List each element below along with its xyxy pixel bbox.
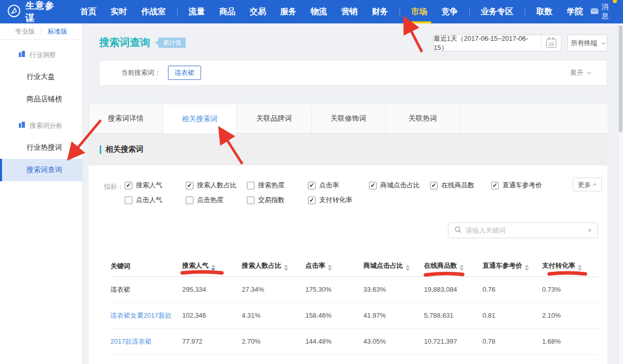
expand-toggle[interactable]: 展开 xyxy=(570,68,590,77)
sidebar-group-search-term-analysis: 搜索词分析 xyxy=(0,115,82,136)
date-range-picker[interactable]: 最近1天（2017-06-15~2017-06-15） 15 xyxy=(433,35,561,51)
metric-online-products[interactable]: 在线商品数 xyxy=(430,181,491,190)
sort-icon[interactable] xyxy=(406,265,410,271)
col-ctr[interactable]: 点击率 xyxy=(305,256,363,276)
tab-search-term-detail[interactable]: 搜索词详情 xyxy=(89,104,163,133)
nav-item-data-extract[interactable]: 取数 xyxy=(529,0,560,23)
nav-item-competition[interactable]: 竞争 xyxy=(435,0,465,23)
tab-related-brand-words[interactable]: 关联品牌词 xyxy=(237,104,312,133)
metric-mall-click-ratio[interactable]: 商城点击占比 xyxy=(369,181,430,190)
metric-label: 搜索人气 xyxy=(136,181,162,190)
message-entry[interactable]: 消息 xyxy=(590,3,616,21)
version-tab-pro[interactable]: 专业版 xyxy=(15,27,35,36)
sort-icon[interactable] xyxy=(578,265,582,271)
checkbox[interactable] xyxy=(186,197,193,204)
clear-icon[interactable]: × xyxy=(587,227,591,234)
checkbox[interactable] xyxy=(369,182,377,189)
metric-label: 点击率 xyxy=(319,181,339,190)
calendar-day: 15 xyxy=(546,39,556,48)
nav-item-realtime[interactable]: 实时 xyxy=(104,0,134,23)
nav-item-finance[interactable]: 财务 xyxy=(365,0,395,23)
checkbox[interactable] xyxy=(125,197,132,204)
nav-item-trade[interactable]: 交易 xyxy=(243,0,273,23)
nav-item-product[interactable]: 商品 xyxy=(212,0,243,23)
keyword-search: × xyxy=(448,222,598,238)
checkbox[interactable] xyxy=(491,182,499,189)
section-title: 相关搜索词 xyxy=(105,145,144,154)
tab-related-modifier-words[interactable]: 关联修饰词 xyxy=(312,104,386,133)
nav-item-business-zone[interactable]: 业务专区 xyxy=(474,0,521,23)
scrollbar-thumb[interactable] xyxy=(619,25,622,132)
sort-icon[interactable] xyxy=(211,265,215,271)
value-cell: 295,334 xyxy=(182,276,242,302)
value-cell: 0.73% xyxy=(542,276,598,302)
version-divider xyxy=(41,28,42,35)
value-cell: 0.78 xyxy=(483,328,542,354)
col-mall-click-ratio[interactable]: 商城点击占比 xyxy=(363,256,424,276)
checkbox[interactable] xyxy=(308,182,316,189)
nav-item-traffic[interactable]: 流量 xyxy=(182,0,212,23)
nav-item-academy[interactable]: 学院 xyxy=(560,0,590,23)
value-cell: 10,721,397 xyxy=(424,328,483,354)
col-search-user-ratio[interactable]: 搜索人数占比 xyxy=(242,256,305,276)
metric-trade-index[interactable]: 交易指数 xyxy=(247,195,308,205)
tab-related-search-terms[interactable]: 相关搜索词 xyxy=(163,104,237,133)
table-row: 2017款连衣裙 77,972 2.70% 144.48% 43.05% 10,… xyxy=(110,328,598,354)
sort-icon[interactable] xyxy=(525,265,529,271)
metric-payment-conversion[interactable]: 支付转化率 xyxy=(308,195,369,205)
sidebar-item-product-shop-rank[interactable]: 商品店铺榜 xyxy=(0,88,82,110)
metric-search-heat[interactable]: 搜索热度 xyxy=(247,181,308,190)
current-keyword-chip[interactable]: 连衣裙 xyxy=(168,66,201,80)
metric-click-popularity[interactable]: 点击人气 xyxy=(125,195,186,205)
metric-ztc-ref-price[interactable]: 直通车参考价 xyxy=(491,181,552,190)
brand-logo[interactable]: 生意参谋 xyxy=(7,0,58,24)
nav-item-war-room[interactable]: 作战室 xyxy=(134,0,173,23)
checkbox[interactable] xyxy=(308,197,316,204)
value-cell: 2.70% xyxy=(242,328,305,354)
sidebar-group-label: 搜索词分析 xyxy=(30,121,63,130)
main-content: 搜索词查询 累计值 最近1天（2017-06-15~2017-06-15） 15… xyxy=(83,23,618,364)
metric-click-heat[interactable]: 点击热度 xyxy=(186,195,247,205)
version-tab-standard[interactable]: 标准版 xyxy=(48,27,68,36)
terminal-select[interactable]: 所有终端 xyxy=(568,35,607,51)
calendar-icon[interactable]: 15 xyxy=(541,35,561,51)
nav-divider xyxy=(400,8,400,16)
sidebar-item-industry-overview[interactable]: 行业大盘 xyxy=(0,66,82,88)
metric-search-user-ratio[interactable]: 搜索人数占比 xyxy=(186,181,247,190)
nav-item-home[interactable]: 首页 xyxy=(73,0,104,23)
page-scrollbar[interactable] xyxy=(618,23,623,364)
checkbox[interactable] xyxy=(247,182,254,189)
sort-icon[interactable] xyxy=(460,265,464,271)
checkbox[interactable] xyxy=(186,182,193,189)
col-ztc-ref-price[interactable]: 直通车参考价 xyxy=(483,256,542,276)
keyword-link[interactable]: 连衣裙女夏2017新款 xyxy=(110,302,182,328)
value-cell: 41.97% xyxy=(363,302,424,328)
sort-icon[interactable] xyxy=(284,265,288,271)
nav-item-market[interactable]: 市场 xyxy=(404,0,435,23)
sidebar-item-search-term-query[interactable]: 搜索词查询 xyxy=(0,159,82,181)
metric-ctr[interactable]: 点击率 xyxy=(308,181,369,190)
checkbox[interactable] xyxy=(125,182,132,189)
col-search-popularity[interactable]: 搜索人气 xyxy=(182,256,242,276)
nav-item-marketing[interactable]: 营销 xyxy=(334,0,365,23)
nav-item-logistics[interactable]: 物流 xyxy=(304,0,334,23)
checkbox[interactable] xyxy=(247,197,254,204)
more-button[interactable]: 更多 xyxy=(573,178,602,191)
search-input[interactable] xyxy=(466,227,583,234)
ledger-icon xyxy=(18,50,25,59)
value-cell: 27.34% xyxy=(242,276,305,302)
col-online-products[interactable]: 在线商品数 xyxy=(424,256,483,276)
message-label: 消息 xyxy=(602,3,613,21)
col-payment-conversion[interactable]: 支付转化率 xyxy=(542,256,598,276)
nav-item-service[interactable]: 服务 xyxy=(273,0,304,23)
cumulative-badge: 累计值 xyxy=(158,38,186,48)
sort-icon[interactable] xyxy=(328,265,332,271)
value-cell: 2.10% xyxy=(542,302,598,328)
metric-search-popularity[interactable]: 搜索人气 xyxy=(125,181,186,190)
tab-related-hot-words[interactable]: 关联热词 xyxy=(386,104,460,133)
value-cell: 1.68% xyxy=(542,328,598,354)
keyword-link[interactable]: 2017款连衣裙 xyxy=(110,328,182,354)
sidebar-item-industry-hot-words[interactable]: 行业热搜词 xyxy=(0,136,82,159)
tab-filler xyxy=(460,104,607,133)
checkbox[interactable] xyxy=(430,182,438,189)
